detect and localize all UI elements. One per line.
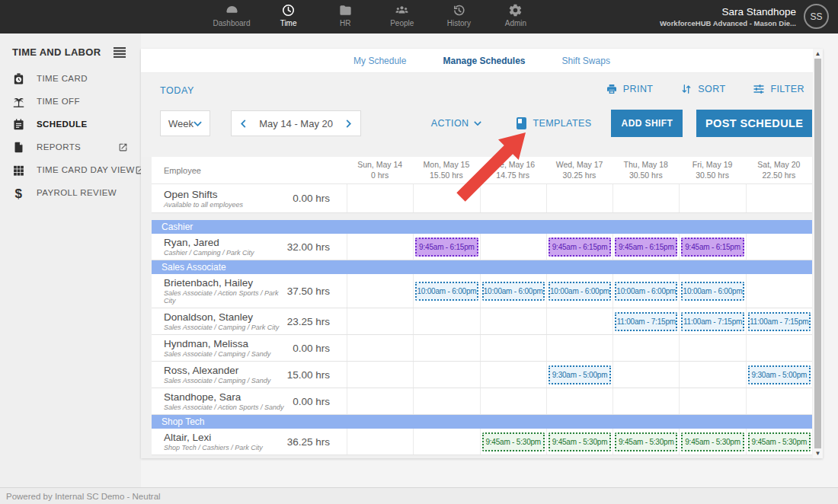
prev-week-button[interactable] [241, 120, 246, 128]
sidebar-item-time-card[interactable]: TIME CARD [0, 67, 141, 90]
shift-cell[interactable]: 9:45am - 6:15pm [413, 234, 479, 260]
shift-chip[interactable]: 9:30am - 5:00pm [748, 365, 811, 384]
shift-chip[interactable]: 11:00am - 7:15pm [748, 312, 811, 331]
shift-cell[interactable]: 9:45am - 6:15pm [546, 234, 613, 260]
shift-cell[interactable] [613, 388, 679, 414]
shift-cell[interactable]: 9:45am - 5:30pm [679, 429, 745, 455]
day-header-wed[interactable]: Wed, May 1730.25 hrs [546, 157, 613, 183]
next-week-button[interactable] [346, 120, 351, 128]
shift-cell[interactable]: 11:00am - 7:15pm [679, 308, 745, 334]
shift-cell[interactable] [480, 335, 546, 361]
shift-cell[interactable] [480, 308, 546, 334]
nav-item-people[interactable]: People [375, 3, 430, 27]
tab-shift-swaps[interactable]: Shift Swaps [562, 56, 610, 66]
shift-chip[interactable]: 11:00am - 7:15pm [681, 312, 744, 331]
menu-icon[interactable] [114, 47, 126, 58]
scroll-up-arrow[interactable]: ▲ [813, 49, 823, 59]
shift-chip[interactable]: 9:45am - 5:30pm [482, 432, 545, 451]
user-menu[interactable]: Sara Standhope WorkforceHUB Advanced - M… [660, 4, 829, 29]
shift-cell[interactable] [613, 335, 679, 361]
shift-chip[interactable]: 9:45am - 6:15pm [681, 238, 744, 257]
shift-chip[interactable]: 9:45am - 6:15pm [549, 238, 611, 257]
shift-cell[interactable] [746, 335, 812, 361]
shift-chip[interactable]: 9:45am - 6:15pm [615, 238, 677, 257]
shift-cell[interactable] [679, 362, 745, 388]
shift-cell[interactable] [746, 184, 812, 212]
shift-cell[interactable]: 9:45am - 5:30pm [546, 429, 613, 455]
shift-cell[interactable]: 10:00am - 6:00pm [679, 274, 745, 308]
add-shift-button[interactable]: ADD SHIFT [611, 110, 683, 137]
shift-cell[interactable] [413, 388, 479, 414]
sidebar-item-reports[interactable]: REPORTS [0, 136, 141, 158]
shift-cell[interactable] [347, 184, 413, 212]
shift-cell[interactable] [746, 274, 812, 308]
shift-cell[interactable] [746, 234, 812, 260]
shift-cell[interactable]: 9:30am - 5:00pm [746, 362, 812, 388]
scroll-down-arrow[interactable]: ▼ [813, 448, 823, 458]
nav-item-time[interactable]: Time [261, 3, 316, 27]
shift-chip[interactable]: 9:45am - 5:30pm [681, 432, 744, 451]
shift-cell[interactable] [347, 362, 413, 388]
shift-cell[interactable] [480, 234, 546, 260]
tab-manage-schedules[interactable]: Manage Schedules [443, 56, 525, 66]
sort-button[interactable]: SORT [680, 83, 725, 95]
shift-cell[interactable] [679, 335, 745, 361]
shift-cell[interactable]: 9:45am - 6:15pm [679, 234, 745, 260]
sidebar-item-time-card-day-view[interactable]: TIME CARD DAY VIEW [0, 158, 141, 181]
shift-cell[interactable] [546, 335, 613, 361]
shift-chip[interactable]: 10:00am - 6:00pm [549, 282, 611, 301]
shift-chip[interactable]: 9:30am - 5:00pm [549, 365, 611, 384]
shift-cell[interactable]: 9:45am - 5:30pm [480, 429, 546, 455]
shift-cell[interactable] [413, 308, 479, 334]
shift-cell[interactable] [613, 362, 679, 388]
day-header-fri[interactable]: Fri, May 1930.50 hrs [679, 157, 745, 183]
shift-cell[interactable] [679, 184, 745, 212]
day-header-sat[interactable]: Sat, May 2022.50 hrs [746, 157, 812, 183]
shift-cell[interactable]: 9:30am - 5:00pm [546, 362, 613, 388]
shift-cell[interactable] [413, 184, 479, 212]
shift-chip[interactable]: 9:45am - 6:15pm [415, 238, 478, 257]
shift-cell[interactable]: 9:45am - 5:30pm [746, 429, 812, 455]
shift-cell[interactable] [480, 362, 546, 388]
shift-cell[interactable] [347, 274, 413, 308]
shift-chip[interactable]: 10:00am - 6:00pm [415, 282, 478, 301]
shift-chip[interactable]: 10:00am - 6:00pm [482, 282, 545, 301]
scrollbar-thumb[interactable] [814, 59, 821, 448]
templates-button[interactable]: TEMPLATES [517, 117, 591, 129]
sidebar-item-schedule[interactable]: SCHEDULE [0, 113, 141, 136]
shift-chip[interactable]: 11:00am - 7:15pm [615, 312, 677, 331]
shift-cell[interactable]: 10:00am - 6:00pm [613, 274, 679, 308]
shift-cell[interactable] [347, 388, 413, 414]
nav-item-hr[interactable]: HR [318, 3, 373, 27]
shift-cell[interactable]: 10:00am - 6:00pm [480, 274, 546, 308]
shift-cell[interactable] [546, 184, 613, 212]
shift-cell[interactable] [480, 388, 546, 414]
shift-cell[interactable] [480, 184, 546, 212]
today-button[interactable]: TODAY [160, 85, 194, 96]
shift-cell[interactable] [347, 335, 413, 361]
day-header-thu[interactable]: Thu, May 1830.50 hrs [613, 157, 679, 183]
sidebar-item-payroll-review[interactable]: $ PAYROLL REVIEW [0, 181, 141, 204]
shift-cell[interactable]: 10:00am - 6:00pm [546, 274, 613, 308]
filter-button[interactable]: FILTER [753, 83, 804, 95]
shift-cell[interactable]: 9:45am - 5:30pm [613, 429, 679, 455]
vertical-scrollbar[interactable]: ▲ ▼ [813, 49, 823, 458]
day-header-mon[interactable]: Mon, May 1515.50 hrs [413, 157, 479, 183]
sidebar-item-time-off[interactable]: TIME OFF [0, 90, 141, 113]
shift-chip[interactable]: 9:45am - 5:30pm [748, 432, 811, 451]
shift-chip[interactable]: 10:00am - 6:00pm [681, 282, 744, 301]
shift-cell[interactable] [413, 362, 479, 388]
view-select[interactable]: Week [160, 110, 210, 136]
day-header-sun[interactable]: Sun, May 140 hrs [347, 157, 413, 183]
post-schedule-button[interactable]: POST SCHEDULE [696, 110, 812, 137]
tab-my-schedule[interactable]: My Schedule [353, 56, 406, 66]
shift-cell[interactable] [746, 388, 812, 414]
shift-chip[interactable]: 9:45am - 5:30pm [615, 432, 677, 451]
shift-chip[interactable]: 10:00am - 6:00pm [615, 282, 677, 301]
shift-cell[interactable] [413, 429, 479, 455]
shift-cell[interactable] [613, 184, 679, 212]
day-header-tue[interactable]: Tue, May 1614.75 hrs [480, 157, 546, 183]
shift-cell[interactable] [679, 388, 745, 414]
shift-cell[interactable]: 10:00am - 6:00pm [413, 274, 479, 308]
shift-cell[interactable] [347, 429, 413, 455]
